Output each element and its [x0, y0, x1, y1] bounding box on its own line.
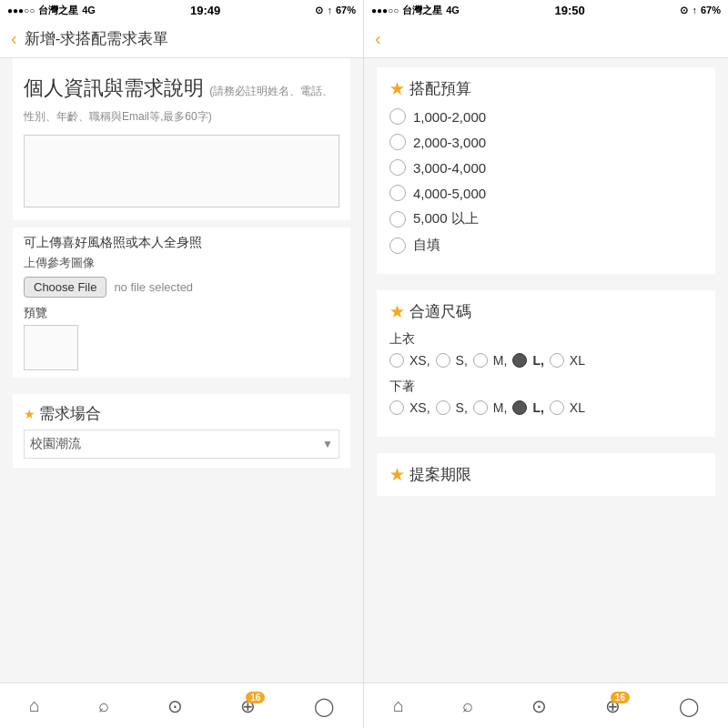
personal-info-textarea[interactable]: [24, 135, 339, 207]
right-tab-profile[interactable]: ◯: [679, 695, 699, 717]
left-tab-camera[interactable]: ⊙: [167, 695, 183, 717]
top-l-label: L,: [532, 353, 543, 368]
right-signal-dots: ●●●○○: [371, 5, 399, 15]
left-tab-home[interactable]: ⌂: [29, 695, 40, 716]
right-nav-bar: ‹: [364, 20, 728, 58]
left-tab-search[interactable]: ⌕: [98, 695, 109, 716]
top-s-radio[interactable]: [436, 353, 450, 368]
bottom-size-row: XS, S, M, L, XL: [389, 400, 703, 415]
top-label: 上衣: [389, 331, 703, 348]
budget-option-2[interactable]: 3,000-4,000: [389, 159, 703, 176]
right-tab-home[interactable]: ⌂: [393, 695, 404, 716]
budget-option-4[interactable]: 5,000 以上: [389, 210, 703, 228]
personal-info-heading: 個人資訊與需求說明 (請務必註明姓名、電話、性別、年齡、職稱與Email等,最多…: [24, 75, 339, 126]
left-home-icon: ⌂: [29, 695, 40, 716]
right-tab-globe[interactable]: ⊕ 16: [605, 695, 621, 717]
bottom-s-label: S,: [456, 400, 468, 415]
left-tab-profile[interactable]: ◯: [314, 695, 334, 717]
left-camera-icon: ⊙: [167, 695, 183, 717]
left-panel: ●●●○○ 台灣之星 4G 19:49 ⊙ ↑ 67% ‹ 新增-求搭配需求表單…: [0, 0, 364, 728]
budget-radio-0[interactable]: [389, 108, 406, 125]
budget-label-3: 4,000-5,000: [413, 186, 486, 201]
top-size-row: XS, S, M, L, XL: [389, 353, 703, 368]
deadline-title: 提案期限: [389, 464, 703, 485]
top-l-radio[interactable]: [512, 353, 527, 368]
bottom-m-label: M,: [493, 400, 508, 415]
no-file-text: no file selected: [114, 280, 193, 294]
upload-label: 上傳參考圖像: [24, 255, 339, 271]
bottom-xs-label: XS,: [410, 400, 430, 415]
left-nav-title: 新增-求搭配需求表單: [25, 28, 169, 49]
top-m-label: M,: [493, 353, 508, 368]
right-back-button[interactable]: ‹: [375, 28, 381, 49]
divider-2: [13, 387, 350, 394]
left-tab-bar: ⌂ ⌕ ⊙ ⊕ 16 ◯: [0, 682, 363, 728]
left-status-left: ●●●○○ 台灣之星 4G: [7, 4, 96, 17]
left-battery: 67%: [336, 5, 356, 15]
right-status-bar: ●●●○○ 台灣之星 4G 19:50 ⊙ ↑ 67%: [364, 0, 728, 20]
right-carrier: 台灣之星: [402, 4, 442, 17]
divider-1: [13, 220, 350, 228]
right-panel: ●●●○○ 台灣之星 4G 19:50 ⊙ ↑ 67% ‹ 搭配預算 1,000…: [364, 0, 728, 728]
left-status-bar: ●●●○○ 台灣之星 4G 19:49 ⊙ ↑ 67%: [0, 0, 363, 20]
preview-label: 預覽: [24, 305, 339, 321]
bottom-xl-radio[interactable]: [550, 400, 564, 415]
bottom-m-radio[interactable]: [473, 400, 488, 415]
budget-radio-5[interactable]: [389, 238, 406, 254]
top-xl-radio[interactable]: [550, 353, 564, 368]
budget-option-3[interactable]: 4,000-5,000: [389, 185, 703, 201]
right-battery: 67%: [701, 5, 721, 15]
right-camera-icon: ⊙: [531, 695, 547, 717]
budget-radio-3[interactable]: [389, 185, 406, 201]
budget-option-5[interactable]: 自填: [389, 237, 703, 254]
left-gps-icon: ⊙: [315, 5, 323, 16]
right-time: 19:50: [555, 4, 585, 17]
top-s-label: S,: [456, 353, 468, 368]
size-main-title: 合適尺碼: [389, 301, 703, 322]
bottom-l-label: L,: [532, 400, 543, 415]
bottom-s-radio[interactable]: [436, 400, 450, 415]
bottom-l-radio[interactable]: [512, 400, 527, 415]
left-carrier: 台灣之星: [38, 4, 78, 17]
left-network: 4G: [82, 5, 96, 15]
left-search-icon: ⌕: [98, 695, 109, 716]
budget-radio-2[interactable]: [389, 159, 406, 176]
left-tab-globe[interactable]: ⊕ 16: [240, 695, 256, 717]
left-nav-bar: ‹ 新增-求搭配需求表單: [0, 20, 363, 58]
top-xs-label: XS,: [410, 353, 430, 368]
left-signal-dots: ●●●○○: [7, 5, 35, 15]
right-arrow-icon: ↑: [692, 5, 697, 15]
top-xs-radio[interactable]: [389, 353, 404, 368]
right-divider-1: [377, 283, 715, 290]
right-network: 4G: [446, 5, 460, 15]
left-status-right: ⊙ ↑ 67%: [315, 5, 356, 16]
upload-section: 可上傳喜好風格照或本人全身照 上傳參考圖像 Choose File no fil…: [13, 228, 350, 378]
budget-option-1[interactable]: 2,000-3,000: [389, 134, 703, 150]
budget-title: 搭配預算: [389, 78, 703, 99]
top-xl-label: XL: [570, 353, 585, 368]
top-m-radio[interactable]: [473, 353, 488, 368]
right-search-icon: ⌕: [462, 695, 473, 716]
budget-radio-4[interactable]: [389, 211, 406, 228]
left-back-button[interactable]: ‹: [11, 28, 17, 49]
budget-radio-1[interactable]: [389, 134, 406, 150]
right-tab-camera[interactable]: ⊙: [531, 695, 547, 717]
demand-section: ★ 需求場合 校園潮流 ▼: [13, 394, 350, 468]
bottom-xl-label: XL: [570, 400, 585, 415]
right-tab-bar: ⌂ ⌕ ⊙ ⊕ 16 ◯: [364, 682, 728, 728]
budget-section: 搭配預算 1,000-2,000 2,000-3,000 3,000-4,000…: [377, 67, 715, 274]
budget-label-1: 2,000-3,000: [413, 135, 486, 150]
left-globe-badge: 16: [246, 692, 265, 703]
choose-file-button[interactable]: Choose File: [24, 277, 106, 298]
right-tab-search[interactable]: ⌕: [462, 695, 473, 716]
left-time: 19:49: [190, 4, 220, 17]
demand-title: ★ 需求場合: [24, 403, 339, 424]
left-profile-icon: ◯: [314, 695, 334, 717]
right-divider-2: [377, 446, 715, 453]
bottom-xs-radio[interactable]: [389, 400, 404, 415]
bottom-label: 下著: [389, 379, 703, 395]
budget-option-0[interactable]: 1,000-2,000: [389, 108, 703, 125]
demand-select[interactable]: 校園潮流 ▼: [24, 430, 339, 459]
upload-can-text: 可上傳喜好風格照或本人全身照: [24, 235, 339, 251]
left-content-area: 個人資訊與需求說明 (請務必註明姓名、電話、性別、年齡、職稱與Email等,最多…: [0, 58, 363, 682]
